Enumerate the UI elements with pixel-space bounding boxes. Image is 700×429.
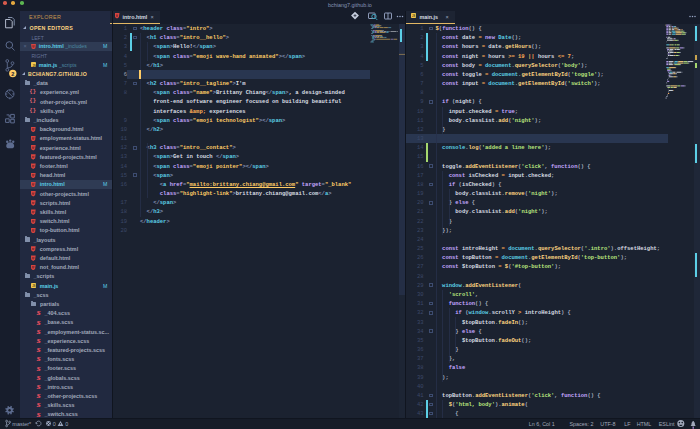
svg-text:0: 0 [53,421,56,427]
svg-text:0: 0 [65,421,68,427]
svg-text:master*: master* [12,421,32,427]
svg-text:2: 2 [11,71,14,77]
